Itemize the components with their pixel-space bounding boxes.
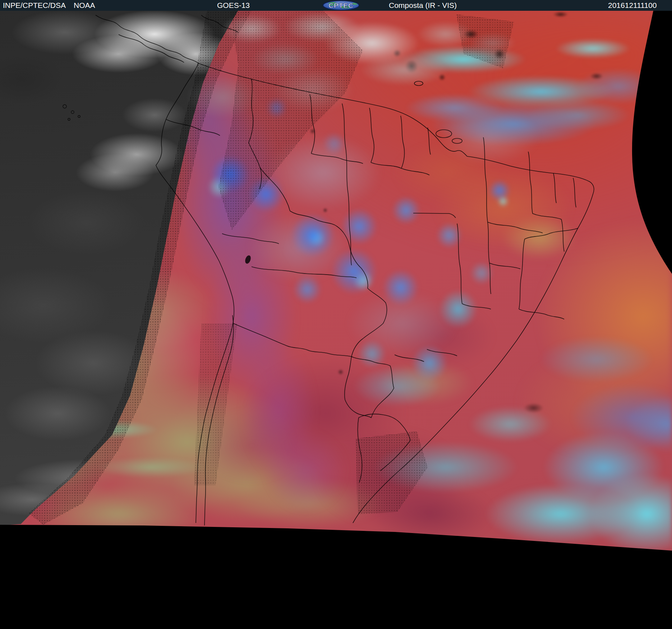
cptec-logo-text: CPTEC bbox=[328, 2, 353, 9]
cptec-logo-icon: CPTEC bbox=[322, 0, 360, 10]
header-bar: INPE/CPTEC/DSA NOAA GOES-13 Composta (IR… bbox=[0, 0, 672, 11]
bottom-off-scan-black bbox=[0, 525, 672, 629]
right-limb-black-crescent bbox=[632, 11, 672, 276]
satellite-label: GOES-13 bbox=[217, 1, 250, 10]
scan-edge-mask bbox=[0, 0, 672, 629]
agency-label: INPE/CPTEC/DSA bbox=[3, 1, 66, 10]
timestamp-label: 201612111100 bbox=[608, 1, 657, 10]
product-label: Composta (IR - VIS) bbox=[389, 1, 457, 10]
noaa-label: NOAA bbox=[74, 1, 95, 10]
